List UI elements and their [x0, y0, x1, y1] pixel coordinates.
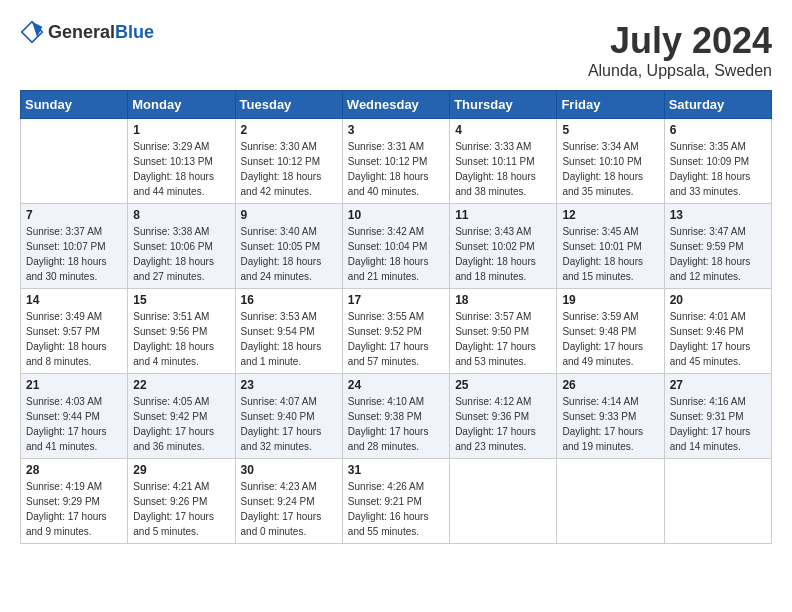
day-number: 6 — [670, 123, 766, 137]
day-number: 1 — [133, 123, 229, 137]
calendar-cell — [450, 459, 557, 544]
calendar-cell: 16Sunrise: 3:53 AMSunset: 9:54 PMDayligh… — [235, 289, 342, 374]
column-header-wednesday: Wednesday — [342, 91, 449, 119]
calendar-cell: 10Sunrise: 3:42 AMSunset: 10:04 PMDaylig… — [342, 204, 449, 289]
day-number: 27 — [670, 378, 766, 392]
day-number: 19 — [562, 293, 658, 307]
title-area: July 2024 Alunda, Uppsala, Sweden — [588, 20, 772, 80]
day-number: 17 — [348, 293, 444, 307]
calendar-cell: 14Sunrise: 3:49 AMSunset: 9:57 PMDayligh… — [21, 289, 128, 374]
calendar-cell: 5Sunrise: 3:34 AMSunset: 10:10 PMDayligh… — [557, 119, 664, 204]
day-number: 8 — [133, 208, 229, 222]
day-info: Sunrise: 4:26 AMSunset: 9:21 PMDaylight:… — [348, 479, 444, 539]
day-number: 7 — [26, 208, 122, 222]
day-info: Sunrise: 4:10 AMSunset: 9:38 PMDaylight:… — [348, 394, 444, 454]
day-number: 9 — [241, 208, 337, 222]
week-row-4: 21Sunrise: 4:03 AMSunset: 9:44 PMDayligh… — [21, 374, 772, 459]
day-info: Sunrise: 4:19 AMSunset: 9:29 PMDaylight:… — [26, 479, 122, 539]
calendar-cell: 18Sunrise: 3:57 AMSunset: 9:50 PMDayligh… — [450, 289, 557, 374]
day-info: Sunrise: 3:49 AMSunset: 9:57 PMDaylight:… — [26, 309, 122, 369]
day-info: Sunrise: 4:07 AMSunset: 9:40 PMDaylight:… — [241, 394, 337, 454]
calendar-cell: 2Sunrise: 3:30 AMSunset: 10:12 PMDayligh… — [235, 119, 342, 204]
day-number: 16 — [241, 293, 337, 307]
day-info: Sunrise: 4:05 AMSunset: 9:42 PMDaylight:… — [133, 394, 229, 454]
day-number: 20 — [670, 293, 766, 307]
calendar-cell: 4Sunrise: 3:33 AMSunset: 10:11 PMDayligh… — [450, 119, 557, 204]
day-number: 18 — [455, 293, 551, 307]
day-number: 13 — [670, 208, 766, 222]
day-info: Sunrise: 3:29 AMSunset: 10:13 PMDaylight… — [133, 139, 229, 199]
day-info: Sunrise: 4:16 AMSunset: 9:31 PMDaylight:… — [670, 394, 766, 454]
calendar-cell: 22Sunrise: 4:05 AMSunset: 9:42 PMDayligh… — [128, 374, 235, 459]
day-number: 31 — [348, 463, 444, 477]
day-info: Sunrise: 3:43 AMSunset: 10:02 PMDaylight… — [455, 224, 551, 284]
svg-marker-1 — [32, 22, 42, 37]
calendar-cell: 12Sunrise: 3:45 AMSunset: 10:01 PMDaylig… — [557, 204, 664, 289]
day-info: Sunrise: 4:23 AMSunset: 9:24 PMDaylight:… — [241, 479, 337, 539]
day-info: Sunrise: 3:47 AMSunset: 9:59 PMDaylight:… — [670, 224, 766, 284]
day-number: 10 — [348, 208, 444, 222]
day-info: Sunrise: 3:38 AMSunset: 10:06 PMDaylight… — [133, 224, 229, 284]
day-info: Sunrise: 4:01 AMSunset: 9:46 PMDaylight:… — [670, 309, 766, 369]
header-row: SundayMondayTuesdayWednesdayThursdayFrid… — [21, 91, 772, 119]
day-info: Sunrise: 3:59 AMSunset: 9:48 PMDaylight:… — [562, 309, 658, 369]
day-info: Sunrise: 4:21 AMSunset: 9:26 PMDaylight:… — [133, 479, 229, 539]
column-header-saturday: Saturday — [664, 91, 771, 119]
day-info: Sunrise: 3:51 AMSunset: 9:56 PMDaylight:… — [133, 309, 229, 369]
day-number: 22 — [133, 378, 229, 392]
day-number: 4 — [455, 123, 551, 137]
day-info: Sunrise: 3:55 AMSunset: 9:52 PMDaylight:… — [348, 309, 444, 369]
week-row-1: 1Sunrise: 3:29 AMSunset: 10:13 PMDayligh… — [21, 119, 772, 204]
day-info: Sunrise: 3:42 AMSunset: 10:04 PMDaylight… — [348, 224, 444, 284]
day-info: Sunrise: 4:14 AMSunset: 9:33 PMDaylight:… — [562, 394, 658, 454]
calendar-cell: 11Sunrise: 3:43 AMSunset: 10:02 PMDaylig… — [450, 204, 557, 289]
calendar-cell: 8Sunrise: 3:38 AMSunset: 10:06 PMDayligh… — [128, 204, 235, 289]
logo-text: GeneralBlue — [48, 22, 154, 43]
calendar-cell: 1Sunrise: 3:29 AMSunset: 10:13 PMDayligh… — [128, 119, 235, 204]
day-number: 30 — [241, 463, 337, 477]
day-info: Sunrise: 3:53 AMSunset: 9:54 PMDaylight:… — [241, 309, 337, 369]
day-info: Sunrise: 3:30 AMSunset: 10:12 PMDaylight… — [241, 139, 337, 199]
week-row-2: 7Sunrise: 3:37 AMSunset: 10:07 PMDayligh… — [21, 204, 772, 289]
day-number: 26 — [562, 378, 658, 392]
calendar-cell: 6Sunrise: 3:35 AMSunset: 10:09 PMDayligh… — [664, 119, 771, 204]
day-number: 24 — [348, 378, 444, 392]
calendar-cell: 25Sunrise: 4:12 AMSunset: 9:36 PMDayligh… — [450, 374, 557, 459]
column-header-tuesday: Tuesday — [235, 91, 342, 119]
day-info: Sunrise: 3:45 AMSunset: 10:01 PMDaylight… — [562, 224, 658, 284]
calendar-cell: 26Sunrise: 4:14 AMSunset: 9:33 PMDayligh… — [557, 374, 664, 459]
calendar-cell: 23Sunrise: 4:07 AMSunset: 9:40 PMDayligh… — [235, 374, 342, 459]
calendar-cell: 27Sunrise: 4:16 AMSunset: 9:31 PMDayligh… — [664, 374, 771, 459]
column-header-monday: Monday — [128, 91, 235, 119]
week-row-5: 28Sunrise: 4:19 AMSunset: 9:29 PMDayligh… — [21, 459, 772, 544]
calendar-cell: 30Sunrise: 4:23 AMSunset: 9:24 PMDayligh… — [235, 459, 342, 544]
calendar-cell: 24Sunrise: 4:10 AMSunset: 9:38 PMDayligh… — [342, 374, 449, 459]
logo-icon — [20, 20, 44, 44]
day-number: 11 — [455, 208, 551, 222]
location-title: Alunda, Uppsala, Sweden — [588, 62, 772, 80]
day-info: Sunrise: 4:12 AMSunset: 9:36 PMDaylight:… — [455, 394, 551, 454]
calendar-cell — [557, 459, 664, 544]
day-number: 3 — [348, 123, 444, 137]
day-info: Sunrise: 3:35 AMSunset: 10:09 PMDaylight… — [670, 139, 766, 199]
calendar-cell — [21, 119, 128, 204]
calendar-cell: 28Sunrise: 4:19 AMSunset: 9:29 PMDayligh… — [21, 459, 128, 544]
column-header-friday: Friday — [557, 91, 664, 119]
day-number: 14 — [26, 293, 122, 307]
calendar-cell: 15Sunrise: 3:51 AMSunset: 9:56 PMDayligh… — [128, 289, 235, 374]
day-number: 15 — [133, 293, 229, 307]
calendar-cell: 9Sunrise: 3:40 AMSunset: 10:05 PMDayligh… — [235, 204, 342, 289]
calendar-cell: 31Sunrise: 4:26 AMSunset: 9:21 PMDayligh… — [342, 459, 449, 544]
day-number: 29 — [133, 463, 229, 477]
day-number: 23 — [241, 378, 337, 392]
day-info: Sunrise: 3:57 AMSunset: 9:50 PMDaylight:… — [455, 309, 551, 369]
day-number: 25 — [455, 378, 551, 392]
page-header: GeneralBlue July 2024 Alunda, Uppsala, S… — [20, 20, 772, 80]
day-info: Sunrise: 3:34 AMSunset: 10:10 PMDaylight… — [562, 139, 658, 199]
column-header-thursday: Thursday — [450, 91, 557, 119]
day-info: Sunrise: 4:03 AMSunset: 9:44 PMDaylight:… — [26, 394, 122, 454]
calendar-cell: 17Sunrise: 3:55 AMSunset: 9:52 PMDayligh… — [342, 289, 449, 374]
day-number: 12 — [562, 208, 658, 222]
week-row-3: 14Sunrise: 3:49 AMSunset: 9:57 PMDayligh… — [21, 289, 772, 374]
day-number: 21 — [26, 378, 122, 392]
